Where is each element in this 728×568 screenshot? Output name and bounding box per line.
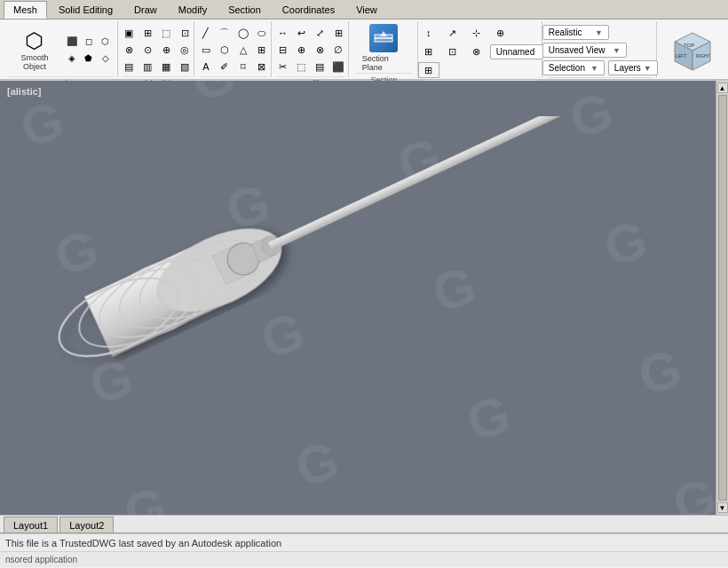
layers-label: Layers — [614, 63, 641, 73]
modify-btn-11[interactable]: ▤ — [311, 59, 328, 75]
draw-btn-8[interactable]: ⊞ — [253, 42, 271, 58]
solid-edit-btn-8[interactable]: ◎ — [176, 42, 194, 58]
ribbon-group-coordinates: ↕ ↗ ⊹ ⊕ ⊞ ⊡ ⊗ Unnamed ⊞ Coordinates — [420, 21, 542, 77]
status-message: This file is a TrustedDWG last saved by … — [5, 538, 281, 548]
solid-edit-btn-9[interactable]: ▤ — [120, 59, 138, 75]
coord-btn-5[interactable]: ⊞ — [418, 43, 439, 59]
section-plane-label: Section Plane — [362, 54, 406, 72]
screwdriver-svg — [27, 116, 692, 515]
solid-edit-btn-2[interactable]: ⊞ — [138, 25, 156, 41]
tab-modify[interactable]: Modify — [169, 1, 217, 19]
status-bar-2: nsored application — [0, 551, 728, 567]
layout-tab-1[interactable]: Layout1 — [4, 517, 58, 532]
svg-text:LEFT: LEFT — [676, 53, 686, 59]
mesh-btn-2[interactable]: ◻ — [81, 34, 97, 50]
coord-btn-2[interactable]: ↗ — [442, 25, 463, 41]
tab-solid-editing[interactable]: Solid Editing — [49, 1, 123, 19]
solid-edit-btn-3[interactable]: ⬚ — [157, 25, 175, 41]
draw-btn-5[interactable]: ▭ — [197, 42, 215, 58]
visual-style-label: Realistic — [549, 28, 582, 37]
scroll-thumb[interactable] — [718, 95, 727, 501]
mesh-btn-1[interactable]: ⬛ — [64, 34, 80, 50]
status-bar: This file is a TrustedDWG last saved by … — [0, 533, 728, 551]
svg-text:RIGHT: RIGHT — [696, 53, 710, 59]
solid-edit-btn-7[interactable]: ⊕ — [157, 42, 175, 58]
solid-edit-btn-10[interactable]: ▥ — [138, 59, 156, 75]
unsaved-view-dropdown[interactable]: Unsaved View ▼ — [542, 43, 627, 58]
ribbon-body: ⬡ Smooth Object ⬛ ◻ ⬡ ◈ ⬟ ◇ Mesh — [0, 20, 728, 80]
viewport-label: [alistic] — [7, 86, 42, 97]
tab-coordinates[interactable]: Coordinates — [273, 1, 344, 19]
mesh-btn-4[interactable]: ◈ — [64, 51, 80, 67]
viewport-wrapper: [alistic] G — [0, 81, 728, 515]
smooth-object-button[interactable]: ⬡ Smooth Object — [7, 25, 62, 75]
draw-btn-12[interactable]: ⊠ — [253, 59, 271, 75]
solid-edit-btn-4[interactable]: ⊡ — [176, 25, 194, 41]
ribbon-group-mesh: ⬡ Smooth Object ⬛ ◻ ⬡ ◈ ⬟ ◇ Mesh — [4, 21, 118, 77]
ribbon: Mesh Solid Editing Draw Modify Section C… — [0, 0, 728, 81]
layers-dropdown[interactable]: Layers ▼ — [608, 60, 658, 75]
solid-edit-btn-5[interactable]: ⊗ — [120, 42, 138, 58]
coord-btn-3[interactable]: ⊹ — [466, 25, 487, 41]
draw-btn-2[interactable]: ⌒ — [216, 25, 233, 41]
solid-edit-btn-6[interactable]: ⊙ — [138, 42, 156, 58]
mesh-btn-6[interactable]: ◇ — [98, 51, 114, 67]
unnamed-dropdown[interactable]: Unnamed — [490, 44, 543, 59]
modify-btn-6[interactable]: ⊕ — [292, 42, 310, 58]
modify-btn-12[interactable]: ⬛ — [329, 59, 347, 75]
main-area: [alistic] G — [0, 81, 728, 567]
nav-cube[interactable]: TOP LEFT RIGHT — [666, 24, 717, 75]
tab-draw[interactable]: Draw — [124, 1, 167, 19]
layout-tab-2[interactable]: Layout2 — [59, 517, 114, 532]
svg-marker-2 — [380, 31, 387, 36]
modify-btn-4[interactable]: ⊞ — [329, 25, 347, 41]
modify-btn-8[interactable]: ∅ — [329, 42, 347, 58]
modify-btn-3[interactable]: ⤢ — [311, 25, 328, 41]
ribbon-group-solid-editing: ▣ ⊞ ⬚ ⊡ ⊗ ⊙ ⊕ ◎ ▤ ▥ ▦ ▧ — [120, 21, 195, 77]
draw-btn-7[interactable]: △ — [234, 42, 252, 58]
solid-edit-btn-1[interactable]: ▣ — [120, 25, 138, 41]
nav-cube-area: TOP LEFT RIGHT — [659, 21, 724, 77]
draw-btn-9[interactable]: A — [197, 59, 215, 75]
ribbon-group-draw: ╱ ⌒ ◯ ⬭ ▭ ⬡ △ ⊞ A ✐ ⌑ ⊠ — [196, 21, 272, 77]
svg-text:TOP: TOP — [684, 43, 694, 48]
draw-btn-10[interactable]: ✐ — [216, 59, 233, 75]
coord-btn-4[interactable]: ⊕ — [490, 25, 511, 41]
solid-edit-btn-11[interactable]: ▦ — [157, 59, 175, 75]
ribbon-group-view: Realistic ▼ Unsaved View ▼ Selection ▼ — [544, 21, 657, 77]
modify-btn-10[interactable]: ⬚ — [292, 59, 310, 75]
mesh-btn-3[interactable]: ⬡ — [98, 34, 114, 50]
mesh-btn-5[interactable]: ⬟ — [81, 51, 97, 67]
modify-btn-5[interactable]: ⊟ — [273, 42, 291, 58]
draw-btn-1[interactable]: ╱ — [197, 25, 215, 41]
bottom-area: Layout1 Layout2 This file is a TrustedDW… — [0, 515, 728, 567]
selection-label: Selection — [549, 63, 585, 73]
unsaved-view-label: Unsaved View — [549, 45, 605, 55]
modify-btn-9[interactable]: ✂ — [273, 59, 291, 75]
coord-btn-8[interactable]: ⊞ — [418, 62, 439, 78]
visual-style-dropdown[interactable]: Realistic ▼ — [542, 25, 609, 40]
draw-btn-3[interactable]: ◯ — [234, 25, 252, 41]
coord-btn-1[interactable]: ↕ — [418, 25, 439, 41]
scroll-up-button[interactable]: ▲ — [717, 83, 728, 93]
section-plane-icon — [369, 24, 398, 52]
right-scrollbar[interactable]: ▲ ▼ — [716, 81, 728, 515]
scroll-down-button[interactable]: ▼ — [717, 502, 728, 513]
coord-btn-6[interactable]: ⊡ — [442, 43, 463, 59]
coord-btn-7[interactable]: ⊗ — [466, 43, 487, 59]
selection-dropdown[interactable]: Selection ▼ — [542, 60, 605, 75]
svg-rect-24 — [268, 116, 561, 250]
tab-section[interactable]: Section — [218, 1, 271, 19]
section-plane-button[interactable]: Section Plane — [356, 20, 412, 76]
ribbon-group-section: Section Plane Section — [351, 21, 418, 77]
tab-mesh[interactable]: Mesh — [4, 1, 47, 19]
modify-btn-7[interactable]: ⊗ — [311, 42, 328, 58]
modify-btn-2[interactable]: ↩ — [292, 25, 310, 41]
draw-btn-6[interactable]: ⬡ — [216, 42, 233, 58]
draw-btn-11[interactable]: ⌑ — [234, 59, 252, 75]
modify-btn-1[interactable]: ↔ — [273, 25, 291, 41]
solid-edit-btn-12[interactable]: ▧ — [176, 59, 194, 75]
ribbon-group-modify: ↔ ↩ ⤢ ⊞ ⊟ ⊕ ⊗ ∅ ✂ ⬚ ▤ ⬛ — [273, 21, 349, 77]
draw-btn-4[interactable]: ⬭ — [253, 25, 271, 41]
tab-view[interactable]: View — [346, 1, 387, 19]
